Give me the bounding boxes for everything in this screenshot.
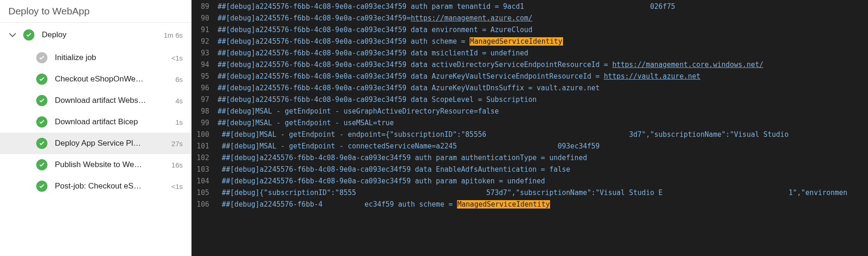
search-highlight: ManagedServiceIdentity bbox=[457, 200, 550, 209]
redacted-gap bbox=[457, 142, 558, 150]
log-text: ##[debug]a2245576-f6bb-4c08-9e0a-ca093ec… bbox=[218, 82, 868, 94]
success-icon bbox=[36, 95, 47, 106]
redacted-gap bbox=[356, 189, 486, 197]
redacted-gap bbox=[663, 189, 788, 197]
log-line: 94##[debug]a2245576-f6bb-4c08-9e0a-ca093… bbox=[192, 59, 868, 71]
line-number: 93 bbox=[192, 47, 218, 59]
step-label: Deploy App Service Pl… bbox=[55, 139, 168, 148]
log-line: 90##[debug]a2245576-f6bb-4c08-9e0a-ca093… bbox=[192, 13, 868, 24]
line-number: 101 bbox=[192, 141, 218, 152]
success-icon bbox=[36, 138, 47, 149]
line-number: 99 bbox=[192, 117, 218, 129]
log-text: ##[debug]a2245576-f6bb-4c08-9e0a-ca093ec… bbox=[218, 13, 868, 24]
success-icon bbox=[36, 181, 47, 192]
log-text: ##[debug]a2245576-f6bb-4c08-9e0a-ca093ec… bbox=[218, 71, 868, 82]
log-text: ##[debug]MSAL - getEndpoint - useGraphAc… bbox=[218, 106, 868, 117]
step-row[interactable]: Download artifact Bicep1s bbox=[0, 111, 191, 133]
step-row[interactable]: Publish Website to We…16s bbox=[0, 154, 191, 175]
log-line: 105 ##[debug]{"subscriptionID":"8555 573… bbox=[192, 187, 868, 199]
step-duration: <1s bbox=[171, 182, 183, 190]
log-text: ##[debug]a2245576-f6bb-4c08-9e0a-ca093ec… bbox=[218, 164, 868, 175]
success-icon bbox=[36, 74, 47, 85]
log-link[interactable]: https://management.core.windows.net/ bbox=[612, 61, 763, 69]
chevron-down-icon bbox=[8, 31, 17, 39]
log-line: 96##[debug]a2245576-f6bb-4c08-9e0a-ca093… bbox=[192, 82, 868, 94]
step-duration: 4s bbox=[175, 97, 183, 105]
log-line: 98##[debug]MSAL - getEndpoint - useGraph… bbox=[192, 106, 868, 117]
line-number: 106 bbox=[192, 199, 218, 210]
log-text: ##[debug]a2245576-f6bb-4c08-9e0a-ca093ec… bbox=[218, 1, 868, 13]
line-number: 95 bbox=[192, 71, 218, 82]
log-line: 95##[debug]a2245576-f6bb-4c08-9e0a-ca093… bbox=[192, 71, 868, 82]
log-line: 99##[debug]MSAL - getEndpoint - useMSAL=… bbox=[192, 117, 868, 129]
step-duration: <1s bbox=[171, 54, 183, 62]
step-row[interactable]: Initialize job<1s bbox=[0, 47, 191, 68]
log-line: 106 ##[debug]a2245576-f6bb-4 ec34f59 aut… bbox=[192, 199, 868, 210]
log-text: ##[debug]MSAL - getEndpoint - useMSAL=tr… bbox=[218, 117, 868, 129]
log-text: ##[debug]a2245576-f6bb-4c08-9e0a-ca093ec… bbox=[218, 94, 868, 106]
step-label: Download artifact Webs… bbox=[55, 96, 172, 105]
log-text: ##[debug]MSAL - getEndpoint - endpoint={… bbox=[218, 129, 868, 141]
redacted-gap bbox=[323, 200, 364, 209]
job-name: Deploy bbox=[42, 30, 160, 40]
log-text: ##[debug]a2245576-f6bb-4 ec34f59 auth sc… bbox=[218, 199, 868, 210]
step-label: Post-job: Checkout eS… bbox=[55, 182, 167, 191]
line-number: 92 bbox=[192, 36, 218, 47]
success-icon bbox=[23, 29, 34, 40]
line-number: 103 bbox=[192, 164, 218, 175]
log-link[interactable]: https://vault.azure.net bbox=[604, 72, 701, 81]
log-line: 104 ##[debug]a2245576-f6bb-4c08-9e0a-ca0… bbox=[192, 175, 868, 187]
success-icon bbox=[36, 116, 47, 128]
job-row[interactable]: Deploy 1m 6s bbox=[0, 23, 191, 47]
step-label: Checkout eShopOnWe… bbox=[55, 74, 172, 84]
line-number: 94 bbox=[192, 59, 218, 71]
log-line: 101 ##[debug]MSAL - getEndpoint - connec… bbox=[192, 141, 868, 152]
step-duration: 1s bbox=[175, 118, 183, 126]
log-text: ##[debug]{"subscriptionID":"8555 573d7",… bbox=[218, 187, 868, 199]
line-number: 91 bbox=[192, 24, 218, 36]
job-sidebar: Deploy to WebApp Deploy 1m 6s Initialize… bbox=[0, 0, 192, 256]
log-text: ##[debug]a2245576-f6bb-4c08-9e0a-ca093ec… bbox=[218, 24, 868, 36]
line-number: 105 bbox=[192, 187, 218, 199]
line-number: 104 bbox=[192, 175, 218, 187]
step-duration: 16s bbox=[172, 161, 183, 169]
line-number: 96 bbox=[192, 82, 218, 94]
job-duration: 1m 6s bbox=[164, 31, 183, 39]
step-duration: 6s bbox=[175, 75, 183, 83]
step-label: Publish Website to We… bbox=[55, 160, 168, 169]
log-line: 91##[debug]a2245576-f6bb-4c08-9e0a-ca093… bbox=[192, 24, 868, 36]
log-pane[interactable]: 89##[debug]a2245576-f6bb-4c08-9e0a-ca093… bbox=[192, 0, 868, 256]
step-row[interactable]: Checkout eShopOnWe…6s bbox=[0, 68, 191, 90]
search-highlight: ManagedServiceIdentity bbox=[470, 37, 563, 46]
skipped-icon bbox=[36, 52, 47, 63]
log-text: ##[debug]a2245576-f6bb-4c08-9e0a-ca093ec… bbox=[218, 36, 868, 47]
log-line: 92##[debug]a2245576-f6bb-4c08-9e0a-ca093… bbox=[192, 36, 868, 47]
step-row[interactable]: Post-job: Checkout eS…<1s bbox=[0, 175, 191, 197]
redacted-gap bbox=[524, 2, 650, 11]
line-number: 97 bbox=[192, 94, 218, 106]
log-line: 93##[debug]a2245576-f6bb-4c08-9e0a-ca093… bbox=[192, 47, 868, 59]
log-line: 100 ##[debug]MSAL - getEndpoint - endpoi… bbox=[192, 129, 868, 141]
step-row[interactable]: Deploy App Service Pl…27s bbox=[0, 133, 191, 154]
line-number: 102 bbox=[192, 152, 218, 164]
stage-title: Deploy to WebApp bbox=[0, 0, 191, 23]
log-text: ##[debug]a2245576-f6bb-4c08-9e0a-ca093ec… bbox=[218, 175, 868, 187]
log-text: ##[debug]a2245576-f6bb-4c08-9e0a-ca093ec… bbox=[218, 152, 868, 164]
log-line: 102 ##[debug]a2245576-f6bb-4c08-9e0a-ca0… bbox=[192, 152, 868, 164]
redacted-gap bbox=[486, 130, 629, 139]
log-link[interactable]: https://management.azure.com/ bbox=[411, 14, 532, 22]
log-text: ##[debug]a2245576-f6bb-4c08-9e0a-ca093ec… bbox=[218, 47, 868, 59]
log-line: 97##[debug]a2245576-f6bb-4c08-9e0a-ca093… bbox=[192, 94, 868, 106]
log-text: ##[debug]a2245576-f6bb-4c08-9e0a-ca093ec… bbox=[218, 59, 868, 71]
log-text: ##[debug]MSAL - getEndpoint - connectedS… bbox=[218, 141, 868, 152]
step-row[interactable]: Download artifact Webs…4s bbox=[0, 90, 191, 111]
log-line: 103 ##[debug]a2245576-f6bb-4c08-9e0a-ca0… bbox=[192, 164, 868, 175]
line-number: 98 bbox=[192, 106, 218, 117]
line-number: 90 bbox=[192, 13, 218, 24]
step-label: Download artifact Bicep bbox=[55, 117, 172, 127]
line-number: 89 bbox=[192, 1, 218, 13]
step-duration: 27s bbox=[172, 140, 183, 148]
step-label: Initialize job bbox=[55, 53, 167, 62]
log-line: 89##[debug]a2245576-f6bb-4c08-9e0a-ca093… bbox=[192, 1, 868, 13]
success-icon bbox=[36, 159, 47, 170]
